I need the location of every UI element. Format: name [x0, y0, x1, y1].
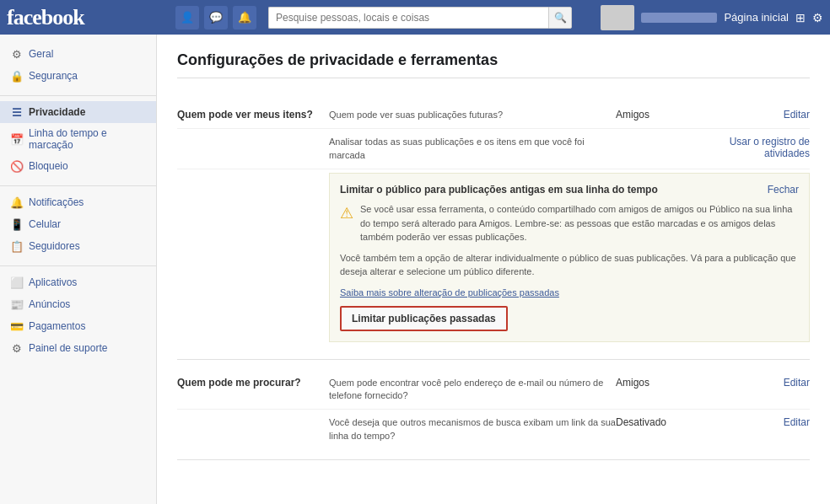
sidebar-item-privacidade[interactable]: ☰ Privacidade: [0, 101, 156, 123]
edit-publicacoes-futuras[interactable]: Editar: [784, 109, 810, 121]
edit-email-phone[interactable]: Editar: [784, 377, 810, 389]
panel-saiba-mais-link[interactable]: Saiba mais sobre alteração de publicaçõe…: [340, 287, 799, 298]
expanded-panel-limitar: Limitar o público para publicações antig…: [329, 173, 810, 342]
row-publicacoes-futuras: Quem pode ver meus itens? Quem pode ver …: [177, 102, 810, 129]
sidebar-item-anuncios[interactable]: 📰 Anúncios: [0, 293, 156, 315]
facebook-logo: facebook: [7, 5, 164, 30]
sidebar-group-apps: ⬜ Aplicativos 📰 Anúncios 💳 Pagamentos ⚙ …: [0, 271, 156, 359]
desc-registro: Analisar todas as suas publicações e os …: [329, 136, 616, 162]
action-publicacoes-futuras: Editar: [700, 109, 810, 121]
sidebar-item-pagamentos[interactable]: 💳 Pagamentos: [0, 315, 156, 337]
action-email-phone: Editar: [700, 377, 810, 389]
search-bar: 🔍: [268, 7, 572, 29]
top-navigation: facebook 👤 💬 🔔 🔍 Página inicial ⊞ ⚙: [0, 0, 830, 35]
sidebar-item-seguranca[interactable]: 🔒 Segurança: [0, 65, 156, 87]
ads-icon: 📰: [10, 298, 24, 311]
section-quem-procurar: Quem pode me procurar? Quem pode encontr…: [177, 360, 810, 461]
search-button[interactable]: 🔍: [548, 7, 572, 29]
action-registro: Usar o registro de atividades: [700, 136, 810, 159]
timeline-icon: 📅: [10, 132, 24, 146]
sidebar-label-seguranca: Segurança: [29, 70, 78, 82]
page-container: ⚙ Geral 🔒 Segurança ☰ Privacidade 📅 Linh…: [0, 35, 830, 504]
gear-icon: ⚙: [10, 47, 24, 61]
sidebar-label-painel: Painel de suporte: [29, 342, 107, 354]
sidebar-item-geral[interactable]: ⚙ Geral: [0, 43, 156, 65]
row-email-phone: Quem pode me procurar? Quem pode encontr…: [177, 370, 810, 410]
sidebar-item-notificacoes[interactable]: 🔔 Notificações: [0, 191, 156, 213]
sidebar-item-linha[interactable]: 📅 Linha do tempo e marcação: [0, 123, 156, 155]
home-link[interactable]: Página inicial: [724, 11, 789, 24]
sidebar-divider-1: [0, 95, 156, 96]
sidebar-group-account: ⚙ Geral 🔒 Segurança: [0, 43, 156, 87]
username-placeholder: [641, 13, 717, 23]
sidebar-label-geral: Geral: [29, 48, 53, 60]
avatar: [601, 5, 634, 30]
sidebar-divider-3: [0, 265, 156, 266]
settings-icon[interactable]: ⚙: [812, 11, 823, 24]
panel-title: Limitar o público para publicações antig…: [340, 184, 658, 196]
sidebar-group-privacy: ☰ Privacidade 📅 Linha do tempo e marcaçã…: [0, 101, 156, 177]
sidebar-item-celular[interactable]: 📱 Celular: [0, 213, 156, 235]
bell-icon: 🔔: [10, 196, 24, 209]
sidebar-label-celular: Celular: [29, 218, 61, 230]
warning-text: Se você usar essa ferramenta, o conteúdo…: [360, 202, 799, 244]
sidebar-label-seguidores: Seguidores: [29, 240, 80, 252]
panel-header: Limitar o público para publicações antig…: [340, 184, 799, 196]
panel-note: Você também tem a opção de alterar indiv…: [340, 251, 799, 279]
desc-search-engines: Você deseja que outros mecanismos de bus…: [329, 416, 616, 442]
sidebar-label-notificacoes: Notificações: [29, 196, 84, 208]
messages-icon[interactable]: 💬: [204, 6, 228, 29]
section-quem-ver: Quem pode ver meus itens? Quem pode ver …: [177, 92, 810, 360]
lock-icon: 🔒: [10, 69, 24, 83]
sidebar-item-aplicativos[interactable]: ⬜ Aplicativos: [0, 271, 156, 293]
page-title: Configurações de privacidade e ferrament…: [177, 51, 810, 78]
value-email-phone: Amigos: [616, 377, 700, 389]
sidebar-label-pagamentos: Pagamentos: [29, 320, 85, 332]
edit-search-engines[interactable]: Editar: [784, 416, 810, 428]
section-label-quem-procurar: Quem pode me procurar?: [177, 377, 329, 389]
nav-icons: 👤 💬 🔔: [175, 6, 256, 29]
sidebar-item-bloqueio[interactable]: 🚫 Bloqueio: [0, 155, 156, 177]
sidebar-item-painel[interactable]: ⚙ Painel de suporte: [0, 337, 156, 359]
warning-triangle-icon: ⚠: [340, 204, 353, 244]
sidebar-label-aplicativos: Aplicativos: [29, 276, 77, 288]
desc-email-phone: Quem pode encontrar você pelo endereço d…: [329, 377, 616, 403]
sidebar: ⚙ Geral 🔒 Segurança ☰ Privacidade 📅 Linh…: [0, 35, 157, 504]
notifications-icon[interactable]: 🔔: [233, 6, 256, 29]
grid-icon[interactable]: ⊞: [795, 11, 806, 24]
friend-requests-icon[interactable]: 👤: [175, 6, 199, 29]
main-content: Configurações de privacidade e ferrament…: [157, 35, 830, 504]
limit-button[interactable]: Limitar publicações passadas: [340, 306, 508, 331]
panel-close-button[interactable]: Fechar: [768, 184, 799, 196]
apps-icon: ⬜: [10, 276, 24, 289]
link-registro-atividades[interactable]: Usar o registro de atividades: [730, 136, 810, 159]
block-icon: 🚫: [10, 159, 24, 173]
panel-warning: ⚠ Se você usar essa ferramenta, o conteú…: [340, 202, 799, 244]
privacy-icon: ☰: [10, 105, 24, 119]
sidebar-label-privacidade: Privacidade: [29, 106, 85, 118]
desc-publicacoes-futuras: Quem pode ver suas publicações futuras?: [329, 109, 616, 121]
section-label-quem-ver: Quem pode ver meus itens?: [177, 109, 329, 121]
value-search-engines: Desativado: [616, 416, 700, 428]
value-publicacoes-futuras: Amigos: [616, 109, 700, 121]
sidebar-group-notifications: 🔔 Notificações 📱 Celular 📋 Seguidores: [0, 191, 156, 257]
sidebar-item-seguidores[interactable]: 📋 Seguidores: [0, 235, 156, 257]
sidebar-label-linha: Linha do tempo e marcação: [29, 127, 146, 151]
followers-icon: 📋: [10, 239, 24, 253]
search-input[interactable]: [268, 7, 548, 29]
row-registro: Analisar todas as suas publicações e os …: [177, 129, 810, 169]
sidebar-divider-2: [0, 185, 156, 186]
phone-icon: 📱: [10, 217, 24, 231]
payments-icon: 💳: [10, 319, 24, 333]
action-search-engines: Editar: [700, 416, 810, 428]
support-icon: ⚙: [10, 341, 24, 355]
row-search-engines: Você deseja que outros mecanismos de bus…: [177, 410, 810, 449]
sidebar-label-bloqueio: Bloqueio: [29, 160, 68, 172]
sidebar-label-anuncios: Anúncios: [29, 298, 70, 310]
nav-right: Página inicial ⊞ ⚙: [601, 5, 823, 30]
